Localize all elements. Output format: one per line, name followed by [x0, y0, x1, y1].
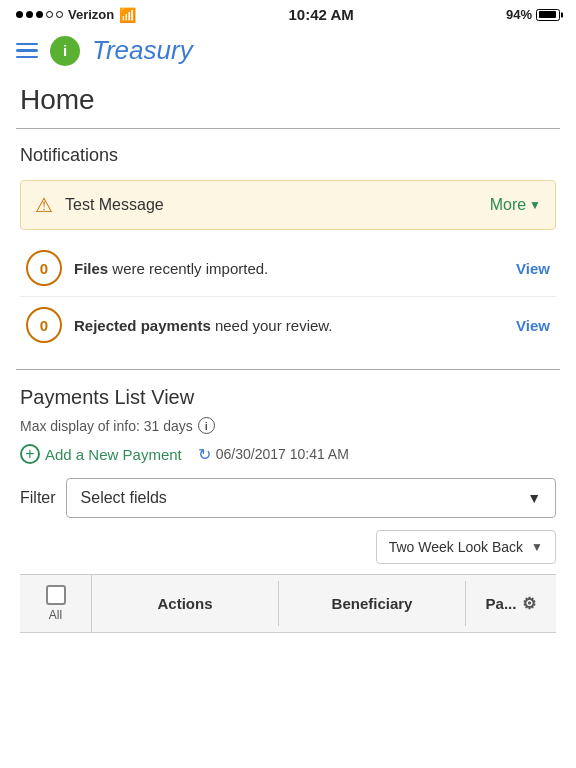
table-header: All Actions Beneficiary Pa... ⚙	[20, 574, 556, 633]
payments-heading: Payments List View	[20, 386, 556, 409]
select-all-checkbox[interactable]	[46, 585, 66, 605]
info-icon: i	[198, 417, 215, 434]
chevron-down-icon: ▼	[529, 198, 541, 212]
files-badge: 0	[26, 250, 62, 286]
battery-icon	[536, 9, 560, 21]
status-right: 94%	[506, 7, 560, 22]
rejected-rest: need your review.	[215, 317, 333, 334]
rejected-view-label: View	[516, 317, 550, 334]
all-label: All	[49, 608, 62, 622]
menu-line-1	[16, 43, 38, 46]
rejected-count: 0	[40, 317, 48, 334]
wifi-icon: 📶	[119, 7, 136, 23]
lookback-arrow-icon: ▼	[531, 540, 543, 554]
notifications-section: Notifications ⚠ Test Message More ▼ 0 Fi…	[0, 129, 576, 369]
notification-alert: ⚠ Test Message More ▼	[20, 180, 556, 230]
payments-section: Payments List View Max display of info: …	[0, 370, 576, 633]
app-logo: i	[50, 36, 80, 66]
signal-dots	[16, 11, 63, 18]
notification-item-rejected: 0 Rejected payments need your review. Vi…	[20, 297, 556, 353]
files-view-button[interactable]: View	[516, 260, 550, 277]
filter-row: Filter Select fields ▼	[20, 478, 556, 518]
refresh-date: 06/30/2017 10:41 AM	[216, 446, 349, 462]
battery-percent: 94%	[506, 7, 532, 22]
files-view-label: View	[516, 260, 550, 277]
rejected-notification-text: Rejected payments need your review.	[74, 315, 504, 336]
th-payment: Pa... ⚙	[466, 580, 556, 627]
status-left: Verizon 📶	[16, 7, 136, 23]
filter-arrow-icon: ▼	[527, 490, 541, 506]
notifications-heading: Notifications	[20, 145, 556, 166]
max-display-row: Max display of info: 31 days i	[20, 417, 556, 434]
add-icon: +	[20, 444, 40, 464]
menu-line-2	[16, 49, 38, 52]
more-label: More	[490, 196, 526, 214]
th-all[interactable]: All	[20, 575, 92, 632]
filter-select[interactable]: Select fields ▼	[66, 478, 556, 518]
refresh-icon[interactable]: ↻	[198, 445, 211, 464]
gear-icon[interactable]: ⚙	[522, 594, 536, 613]
add-payment-row: + Add a New Payment ↻ 06/30/2017 10:41 A…	[20, 444, 556, 464]
menu-icon[interactable]	[16, 43, 38, 59]
rejected-bold: Rejected payments	[74, 317, 211, 334]
signal-dot-2	[26, 11, 33, 18]
files-bold: Files	[74, 260, 108, 277]
files-rest: were recently imported.	[112, 260, 268, 277]
rejected-badge: 0	[26, 307, 62, 343]
lookback-label: Two Week Look Back	[389, 539, 523, 555]
files-count: 0	[40, 260, 48, 277]
rejected-view-button[interactable]: View	[516, 317, 550, 334]
th-actions: Actions	[92, 581, 279, 626]
page-title: Home	[20, 84, 556, 116]
filter-label: Filter	[20, 489, 56, 507]
warning-icon: ⚠	[35, 193, 53, 217]
notification-item-files: 0 Files were recently imported. View	[20, 240, 556, 297]
refresh-row: ↻ 06/30/2017 10:41 AM	[198, 445, 349, 464]
th-payment-label: Pa...	[486, 595, 517, 612]
files-notification-text: Files were recently imported.	[74, 258, 504, 279]
th-beneficiary: Beneficiary	[279, 581, 466, 626]
carrier-label: Verizon	[68, 7, 114, 22]
logo-letter: i	[63, 42, 67, 59]
filter-placeholder: Select fields	[81, 489, 167, 507]
battery-body	[536, 9, 560, 21]
app-title: Treasury	[92, 35, 193, 66]
max-display-text: Max display of info: 31 days	[20, 418, 193, 434]
add-payment-label: Add a New Payment	[45, 446, 182, 463]
alert-message: Test Message	[65, 196, 478, 214]
signal-dot-4	[46, 11, 53, 18]
signal-dot-5	[56, 11, 63, 18]
app-header: i Treasury	[0, 27, 576, 76]
app-title-text: Treasury	[92, 35, 193, 65]
status-bar: Verizon 📶 10:42 AM 94%	[0, 0, 576, 27]
add-payment-button[interactable]: + Add a New Payment	[20, 444, 182, 464]
page-title-section: Home	[0, 76, 576, 128]
signal-dot-3	[36, 11, 43, 18]
signal-dot-1	[16, 11, 23, 18]
battery-fill	[539, 11, 556, 18]
lookback-select[interactable]: Two Week Look Back ▼	[376, 530, 556, 564]
more-button[interactable]: More ▼	[490, 196, 541, 214]
status-time: 10:42 AM	[288, 6, 353, 23]
menu-line-3	[16, 56, 38, 59]
week-row: Two Week Look Back ▼	[20, 530, 556, 564]
